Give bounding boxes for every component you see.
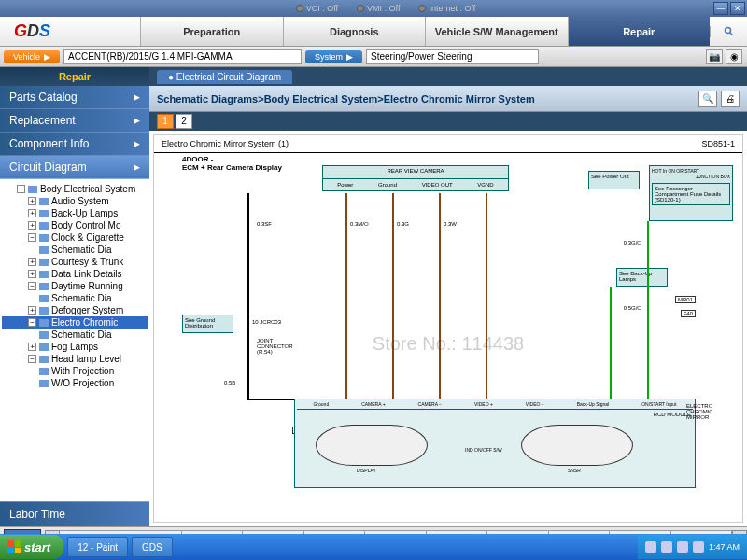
expand-icon[interactable]: + — [28, 343, 36, 351]
circuit-diagram[interactable]: Electro Chromic Mirror System (1) SD851-… — [153, 134, 743, 523]
expand-icon[interactable]: − — [28, 282, 36, 290]
topnav-tab-repair[interactable]: Repair — [568, 17, 711, 46]
breadcrumb: Schematic Diagrams>Body Electrical Syste… — [157, 93, 535, 105]
taskbar-item[interactable]: GDS — [132, 537, 173, 557]
expand-icon[interactable]: + — [28, 209, 36, 217]
topnav-tab-vehicle-s-w-management[interactable]: Vehicle S/W Management — [425, 17, 568, 46]
topnav-tab-diagnosis[interactable]: Diagnosis — [283, 17, 426, 46]
vmi-indicator-icon — [357, 5, 364, 12]
pin-label: VIDEO − — [526, 401, 544, 407]
vehicle-field[interactable] — [63, 49, 302, 64]
content-tab-bar: ● Electrical Circuit Diagram — [149, 67, 747, 86]
search-button[interactable] — [710, 26, 747, 37]
tree-item[interactable]: −Clock & Cigarette — [2, 231, 148, 244]
tree-item[interactable]: +Courtesy & Trunk — [2, 256, 148, 268]
tree-item[interactable]: +Defogger System — [2, 304, 148, 316]
sidebar-item-component-info[interactable]: Component Info▶ — [0, 133, 149, 156]
tray-icon[interactable] — [661, 541, 672, 553]
system-tray[interactable]: 1:47 AM — [638, 535, 747, 559]
pin-label: Back-Up Signal — [577, 401, 609, 407]
page-tab-1[interactable]: 1 — [157, 114, 174, 129]
folder-icon — [28, 186, 37, 193]
top-navigation: GDS PreparationDiagnosisVehicle S/W Mana… — [0, 17, 747, 47]
folder-icon — [39, 343, 49, 351]
display-mirror-icon — [316, 425, 428, 466]
tree-item[interactable]: +Fog Lamps — [2, 341, 148, 353]
svg-line-1 — [729, 32, 732, 35]
tree-item[interactable]: −Electro Chromic — [2, 316, 148, 329]
connection-status: VCI : Off VMI : Off Internet : Off — [296, 4, 476, 13]
tree-item[interactable]: +Back-Up Lamps — [2, 207, 148, 219]
minimize-button[interactable]: — — [713, 2, 728, 15]
wire-label: MR01 — [675, 296, 696, 303]
sidebar: Repair Parts Catalog▶Replacement▶Compone… — [0, 67, 149, 526]
expand-icon[interactable]: + — [28, 197, 36, 205]
tree-item[interactable]: +Data Link Details — [2, 268, 148, 280]
wire-label: 0.3SF — [257, 221, 272, 227]
start-button[interactable]: start — [0, 535, 63, 559]
chevron-right-icon: ▶ — [134, 92, 140, 102]
file-icon — [39, 331, 49, 339]
sidebar-item-parts-catalog[interactable]: Parts Catalog▶ — [0, 86, 149, 109]
file-icon — [39, 368, 49, 375]
collapse-icon[interactable]: − — [17, 185, 25, 193]
topnav-tab-preparation[interactable]: Preparation — [140, 17, 283, 46]
taskbar-item[interactable]: 12 - Paint — [67, 537, 128, 557]
expand-icon[interactable]: + — [28, 258, 36, 266]
file-icon — [39, 380, 49, 387]
tree-item[interactable]: +Audio System — [2, 195, 148, 207]
tree-item[interactable]: Schematic Dia — [2, 292, 148, 304]
internet-indicator-icon — [418, 5, 426, 12]
tree-item[interactable]: −Head lamp Level — [2, 353, 148, 365]
capture-button[interactable]: ◉ — [726, 49, 742, 64]
tree-item[interactable]: +Body Control Mo — [2, 219, 148, 231]
expand-icon[interactable]: + — [28, 221, 36, 230]
system-selector-button[interactable]: System ▶ — [305, 50, 362, 63]
tree-item[interactable]: With Projection — [2, 365, 148, 377]
print-icon: 🖨 — [726, 93, 735, 104]
clock[interactable]: 1:47 AM — [709, 542, 740, 552]
folder-icon — [39, 210, 49, 217]
print-button[interactable]: 🖨 — [721, 91, 740, 107]
folder-icon — [39, 319, 49, 327]
rcd-module-box: GroundCAMERA +CAMERA −VIDEO +VIDEO −Back… — [294, 399, 696, 488]
zoom-icon: 🔍 — [702, 93, 713, 104]
tree-item[interactable]: W/O Projection — [2, 377, 148, 389]
vehicle-selector-button[interactable]: Vehicle ▶ — [4, 50, 60, 63]
sidebar-item-replacement[interactable]: Replacement▶ — [0, 109, 149, 133]
tree-item[interactable]: Schematic Dia — [2, 329, 148, 341]
chevron-right-icon: ▶ — [134, 139, 140, 148]
wire-cam1 — [392, 193, 394, 399]
labor-time-button[interactable]: Labor Time — [0, 501, 149, 526]
expand-icon[interactable]: − — [28, 233, 36, 242]
wire-label: 0.3M/O — [350, 221, 369, 227]
capture-icon: ◉ — [730, 51, 739, 62]
pin-label: VIDEO OUT — [422, 182, 453, 188]
tray-icon[interactable] — [645, 541, 656, 553]
tree-root[interactable]: −Body Electrical System — [2, 183, 148, 195]
camera-button[interactable]: 📷 — [706, 49, 723, 64]
expand-icon[interactable]: + — [28, 306, 36, 315]
sensor-mirror-icon — [521, 425, 633, 466]
expand-icon[interactable]: + — [28, 270, 36, 278]
vehicle-info-bar: Vehicle ▶ System ▶ 📷 ◉ — [0, 47, 747, 67]
file-icon — [39, 246, 49, 254]
sidebar-item-circuit-diagram[interactable]: Circuit Diagram▶ — [0, 156, 149, 179]
pin-label: VIDEO + — [474, 401, 493, 407]
backup-box: See Back-Up Lamps — [616, 268, 668, 287]
tray-icon[interactable] — [693, 541, 704, 553]
system-field[interactable] — [366, 49, 539, 64]
close-button[interactable]: ✕ — [730, 2, 745, 15]
tray-icon[interactable] — [677, 541, 688, 553]
tree-item[interactable]: Schematic Dia — [2, 244, 148, 256]
page-tab-2[interactable]: 2 — [176, 114, 192, 129]
wire-vid1 — [439, 193, 441, 399]
expand-icon[interactable]: − — [28, 318, 36, 327]
tree-item[interactable]: −Daytime Running — [2, 280, 148, 292]
junction-box: HOT In ON OR START JUNCTION BOX See Pass… — [649, 165, 733, 221]
circuit-tree: −Body Electrical System+Audio System+Bac… — [0, 179, 149, 501]
zoom-button[interactable]: 🔍 — [698, 91, 717, 107]
wire-vid2 — [486, 193, 487, 399]
expand-icon[interactable]: − — [28, 355, 36, 363]
content-tab[interactable]: ● Electrical Circuit Diagram — [157, 70, 292, 84]
